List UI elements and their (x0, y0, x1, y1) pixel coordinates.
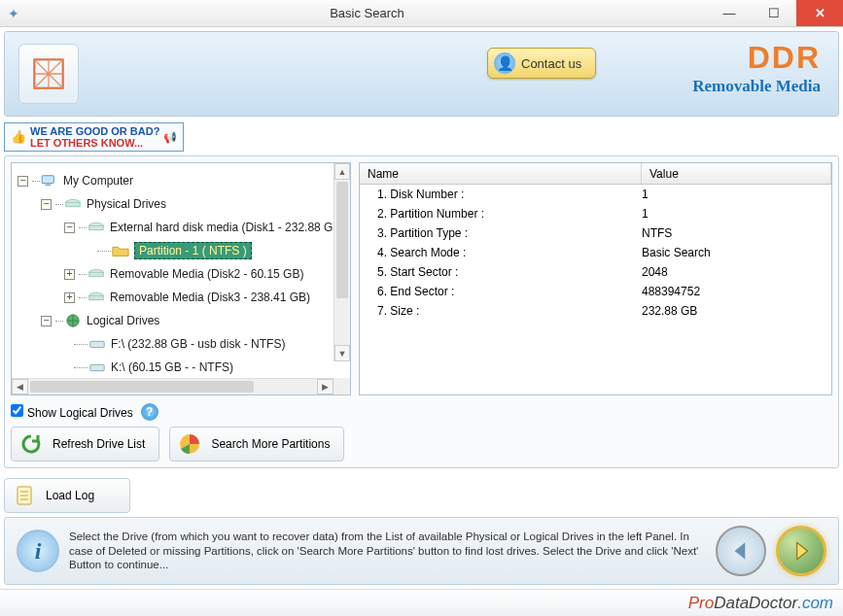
detail-name: 7. Size : (360, 304, 642, 318)
vertical-scrollbar[interactable]: ▲ ▼ (334, 163, 350, 361)
watermark: ProDataDoctor.com (0, 589, 843, 616)
tree-f[interactable]: F:\ (232.88 GB - usb disk - NTFS) (111, 337, 285, 351)
detail-row: 1. Disk Number :1 (360, 185, 831, 204)
collapse-icon[interactable]: − (64, 222, 75, 233)
svg-rect-4 (66, 202, 80, 207)
computer-icon (40, 174, 59, 188)
expand-icon[interactable]: + (64, 269, 75, 280)
detail-value: Basic Search (642, 246, 831, 259)
app-icon: ✦ (0, 6, 27, 21)
brand-subtitle: Removable Media (692, 77, 821, 96)
scroll-right-icon[interactable]: ▶ (317, 379, 334, 394)
ribbon-line2: LET OTHERS KNOW... (30, 137, 143, 149)
drive-icon (88, 337, 107, 351)
detail-value: 488394752 (642, 285, 831, 298)
detail-row: 5. Start Sector :2048 (360, 262, 831, 282)
megaphone-icon: 📢 (163, 131, 177, 143)
expand-icon[interactable]: + (64, 292, 75, 303)
titlebar: ✦ Basic Search — ☐ ✕ (0, 0, 843, 27)
drive-icon (87, 291, 106, 304)
search-more-partitions-button[interactable]: Search More Partitions (169, 427, 344, 462)
globe-icon (63, 314, 83, 327)
detail-row: 4. Search Mode :Basic Search (360, 243, 831, 262)
detail-value: 1 (642, 188, 831, 201)
svg-rect-10 (89, 295, 103, 300)
maximize-button[interactable]: ☐ (752, 0, 796, 26)
detail-name: 6. End Sector : (360, 285, 642, 298)
person-icon: 👤 (494, 52, 515, 74)
detail-value: 232.88 GB (642, 304, 831, 318)
main-panel: −My Computer −Physical Drives −External … (4, 155, 839, 468)
horizontal-scrollbar[interactable]: ◀ ▶ (12, 378, 334, 394)
svg-rect-13 (90, 364, 104, 370)
brand-name: DDR (692, 42, 821, 73)
detail-value: 2048 (642, 265, 831, 279)
tree-physical[interactable]: Physical Drives (87, 197, 166, 211)
tree-ext[interactable]: External hard disk media (Disk1 - 232.88… (110, 221, 344, 234)
contact-us-button[interactable]: 👤 Contact us (487, 48, 596, 79)
thumbs-up-icon: 👍 (11, 130, 26, 144)
svg-rect-2 (46, 185, 51, 187)
feedback-ribbon[interactable]: 👍 WE ARE GOOD OR BAD? LET OTHERS KNOW...… (4, 122, 839, 152)
svg-rect-1 (42, 176, 53, 184)
scroll-thumb[interactable] (336, 182, 348, 298)
app-logo (18, 44, 79, 104)
svg-rect-12 (90, 341, 104, 347)
detail-name: 1. Disk Number : (360, 188, 642, 201)
drive-icon (87, 267, 106, 281)
drive-tree-pane: −My Computer −Physical Drives −External … (11, 162, 351, 395)
folder-icon (111, 244, 130, 257)
detail-row: 7. Size :232.88 GB (360, 301, 831, 321)
svg-rect-8 (89, 272, 103, 277)
detail-row: 2. Partition Number :1 (360, 204, 831, 223)
detail-row: 3. Partition Type :NTFS (360, 223, 831, 243)
drive-icon (87, 221, 106, 234)
refresh-drive-list-button[interactable]: Refresh Drive List (11, 427, 159, 462)
drive-tree[interactable]: −My Computer −Physical Drives −External … (12, 163, 350, 378)
minimize-button[interactable]: — (707, 0, 752, 26)
drive-icon (63, 197, 83, 211)
contact-label: Contact us (521, 56, 581, 71)
detail-value: NTFS (642, 226, 831, 240)
ribbon-line1: WE ARE GOOD OR BAD? (30, 125, 159, 137)
collapse-icon[interactable]: − (41, 316, 52, 326)
refresh-icon (19, 432, 43, 456)
show-logical-checkbox[interactable]: Show Logical Drives (11, 404, 133, 420)
detail-value: 1 (642, 207, 831, 221)
details-pane: Name Value 1. Disk Number :12. Partition… (359, 162, 832, 395)
scroll-thumb[interactable] (30, 381, 254, 393)
back-button[interactable] (716, 526, 766, 576)
pie-icon (178, 432, 201, 456)
col-value[interactable]: Value (642, 163, 831, 184)
help-icon[interactable]: ? (141, 403, 158, 421)
next-button[interactable] (776, 526, 826, 576)
scroll-left-icon[interactable]: ◀ (12, 379, 28, 394)
tree-logical[interactable]: Logical Drives (87, 314, 159, 327)
collapse-icon[interactable]: − (18, 176, 28, 187)
options-row: Show Logical Drives ? (11, 403, 832, 421)
window-title: Basic Search (27, 6, 707, 20)
load-log-button[interactable]: Load Log (4, 478, 130, 513)
col-name[interactable]: Name (360, 163, 642, 184)
tree-k[interactable]: K:\ (60.15 GB - - NTFS) (111, 360, 233, 374)
collapse-icon[interactable]: − (41, 199, 52, 210)
tree-partition-selected[interactable]: Partition - 1 ( NTFS ) (134, 242, 252, 259)
detail-row: 6. End Sector :488394752 (360, 282, 831, 301)
tree-root[interactable]: My Computer (63, 174, 133, 188)
detail-name: 4. Search Mode : (360, 246, 642, 259)
scroll-up-icon[interactable]: ▲ (334, 163, 350, 180)
document-icon (13, 484, 36, 507)
detail-name: 5. Start Sector : (360, 265, 642, 279)
scroll-down-icon[interactable]: ▼ (334, 345, 350, 361)
tree-rm3[interactable]: Removable Media (Disk3 - 238.41 GB) (110, 291, 310, 304)
scroll-corner (334, 378, 350, 394)
footer-bar: i Select the Drive (from which you want … (4, 517, 839, 585)
header-banner: 👤 Contact us DDR Removable Media (4, 31, 839, 117)
window-controls: — ☐ ✕ (707, 0, 843, 26)
tree-rm2[interactable]: Removable Media (Disk2 - 60.15 GB) (110, 267, 303, 281)
svg-rect-6 (89, 225, 103, 230)
close-button[interactable]: ✕ (796, 0, 843, 26)
footer-message: Select the Drive (from which you want to… (69, 530, 706, 573)
drive-icon (88, 360, 107, 374)
details-body: 1. Disk Number :12. Partition Number :13… (360, 185, 831, 321)
